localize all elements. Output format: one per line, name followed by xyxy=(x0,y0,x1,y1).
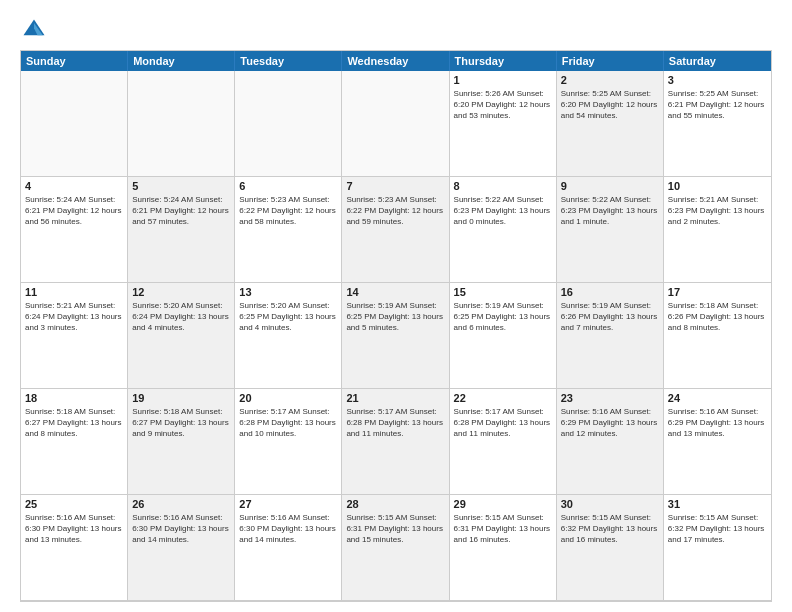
weekday-header: Wednesday xyxy=(342,51,449,71)
day-number: 15 xyxy=(454,286,552,298)
day-number: 2 xyxy=(561,74,659,86)
calendar-cell: 6Sunrise: 5:23 AM Sunset: 6:22 PM Daylig… xyxy=(235,177,342,283)
header xyxy=(20,16,772,44)
day-number: 26 xyxy=(132,498,230,510)
cell-info: Sunrise: 5:19 AM Sunset: 6:25 PM Dayligh… xyxy=(346,300,444,334)
day-number: 28 xyxy=(346,498,444,510)
calendar-cell: 27Sunrise: 5:16 AM Sunset: 6:30 PM Dayli… xyxy=(235,495,342,601)
cell-info: Sunrise: 5:16 AM Sunset: 6:30 PM Dayligh… xyxy=(132,512,230,546)
day-number: 31 xyxy=(668,498,767,510)
cell-info: Sunrise: 5:21 AM Sunset: 6:23 PM Dayligh… xyxy=(668,194,767,228)
cell-info: Sunrise: 5:25 AM Sunset: 6:21 PM Dayligh… xyxy=(668,88,767,122)
weekday-header: Tuesday xyxy=(235,51,342,71)
day-number: 10 xyxy=(668,180,767,192)
cell-info: Sunrise: 5:18 AM Sunset: 6:27 PM Dayligh… xyxy=(132,406,230,440)
day-number: 14 xyxy=(346,286,444,298)
calendar-header: SundayMondayTuesdayWednesdayThursdayFrid… xyxy=(21,51,771,71)
calendar-cell: 8Sunrise: 5:22 AM Sunset: 6:23 PM Daylig… xyxy=(450,177,557,283)
calendar-body: 1Sunrise: 5:26 AM Sunset: 6:20 PM Daylig… xyxy=(21,71,771,601)
day-number: 19 xyxy=(132,392,230,404)
calendar-cell: 12Sunrise: 5:20 AM Sunset: 6:24 PM Dayli… xyxy=(128,283,235,389)
cell-info: Sunrise: 5:16 AM Sunset: 6:30 PM Dayligh… xyxy=(239,512,337,546)
calendar-cell: 24Sunrise: 5:16 AM Sunset: 6:29 PM Dayli… xyxy=(664,389,771,495)
cell-info: Sunrise: 5:26 AM Sunset: 6:20 PM Dayligh… xyxy=(454,88,552,122)
calendar-cell: 5Sunrise: 5:24 AM Sunset: 6:21 PM Daylig… xyxy=(128,177,235,283)
cell-info: Sunrise: 5:22 AM Sunset: 6:23 PM Dayligh… xyxy=(561,194,659,228)
calendar-cell: 20Sunrise: 5:17 AM Sunset: 6:28 PM Dayli… xyxy=(235,389,342,495)
day-number: 3 xyxy=(668,74,767,86)
day-number: 21 xyxy=(346,392,444,404)
day-number: 29 xyxy=(454,498,552,510)
calendar-cell: 23Sunrise: 5:16 AM Sunset: 6:29 PM Dayli… xyxy=(557,389,664,495)
day-number: 11 xyxy=(25,286,123,298)
cell-info: Sunrise: 5:16 AM Sunset: 6:29 PM Dayligh… xyxy=(561,406,659,440)
calendar-cell xyxy=(128,71,235,177)
cell-info: Sunrise: 5:23 AM Sunset: 6:22 PM Dayligh… xyxy=(239,194,337,228)
page: SundayMondayTuesdayWednesdayThursdayFrid… xyxy=(0,0,792,612)
calendar-cell: 14Sunrise: 5:19 AM Sunset: 6:25 PM Dayli… xyxy=(342,283,449,389)
cell-info: Sunrise: 5:22 AM Sunset: 6:23 PM Dayligh… xyxy=(454,194,552,228)
day-number: 22 xyxy=(454,392,552,404)
calendar-cell: 11Sunrise: 5:21 AM Sunset: 6:24 PM Dayli… xyxy=(21,283,128,389)
day-number: 24 xyxy=(668,392,767,404)
cell-info: Sunrise: 5:19 AM Sunset: 6:25 PM Dayligh… xyxy=(454,300,552,334)
day-number: 30 xyxy=(561,498,659,510)
calendar-cell: 28Sunrise: 5:15 AM Sunset: 6:31 PM Dayli… xyxy=(342,495,449,601)
calendar-cell: 16Sunrise: 5:19 AM Sunset: 6:26 PM Dayli… xyxy=(557,283,664,389)
calendar-cell: 1Sunrise: 5:26 AM Sunset: 6:20 PM Daylig… xyxy=(450,71,557,177)
cell-info: Sunrise: 5:23 AM Sunset: 6:22 PM Dayligh… xyxy=(346,194,444,228)
cell-info: Sunrise: 5:17 AM Sunset: 6:28 PM Dayligh… xyxy=(239,406,337,440)
calendar-cell: 22Sunrise: 5:17 AM Sunset: 6:28 PM Dayli… xyxy=(450,389,557,495)
cell-info: Sunrise: 5:18 AM Sunset: 6:27 PM Dayligh… xyxy=(25,406,123,440)
cell-info: Sunrise: 5:19 AM Sunset: 6:26 PM Dayligh… xyxy=(561,300,659,334)
calendar-cell: 9Sunrise: 5:22 AM Sunset: 6:23 PM Daylig… xyxy=(557,177,664,283)
calendar-cell xyxy=(235,71,342,177)
cell-info: Sunrise: 5:20 AM Sunset: 6:25 PM Dayligh… xyxy=(239,300,337,334)
cell-info: Sunrise: 5:18 AM Sunset: 6:26 PM Dayligh… xyxy=(668,300,767,334)
day-number: 4 xyxy=(25,180,123,192)
day-number: 6 xyxy=(239,180,337,192)
weekday-header: Sunday xyxy=(21,51,128,71)
day-number: 8 xyxy=(454,180,552,192)
cell-info: Sunrise: 5:15 AM Sunset: 6:31 PM Dayligh… xyxy=(346,512,444,546)
weekday-header: Friday xyxy=(557,51,664,71)
calendar-cell: 2Sunrise: 5:25 AM Sunset: 6:20 PM Daylig… xyxy=(557,71,664,177)
cell-info: Sunrise: 5:24 AM Sunset: 6:21 PM Dayligh… xyxy=(132,194,230,228)
cell-info: Sunrise: 5:17 AM Sunset: 6:28 PM Dayligh… xyxy=(346,406,444,440)
cell-info: Sunrise: 5:24 AM Sunset: 6:21 PM Dayligh… xyxy=(25,194,123,228)
calendar-cell: 19Sunrise: 5:18 AM Sunset: 6:27 PM Dayli… xyxy=(128,389,235,495)
cell-info: Sunrise: 5:15 AM Sunset: 6:32 PM Dayligh… xyxy=(561,512,659,546)
logo xyxy=(20,16,52,44)
calendar-cell: 7Sunrise: 5:23 AM Sunset: 6:22 PM Daylig… xyxy=(342,177,449,283)
cell-info: Sunrise: 5:17 AM Sunset: 6:28 PM Dayligh… xyxy=(454,406,552,440)
weekday-header: Saturday xyxy=(664,51,771,71)
cell-info: Sunrise: 5:21 AM Sunset: 6:24 PM Dayligh… xyxy=(25,300,123,334)
calendar-cell xyxy=(21,71,128,177)
calendar-cell: 26Sunrise: 5:16 AM Sunset: 6:30 PM Dayli… xyxy=(128,495,235,601)
day-number: 20 xyxy=(239,392,337,404)
logo-icon xyxy=(20,16,48,44)
calendar-cell: 4Sunrise: 5:24 AM Sunset: 6:21 PM Daylig… xyxy=(21,177,128,283)
calendar-cell: 21Sunrise: 5:17 AM Sunset: 6:28 PM Dayli… xyxy=(342,389,449,495)
calendar-cell: 10Sunrise: 5:21 AM Sunset: 6:23 PM Dayli… xyxy=(664,177,771,283)
day-number: 9 xyxy=(561,180,659,192)
cell-info: Sunrise: 5:15 AM Sunset: 6:31 PM Dayligh… xyxy=(454,512,552,546)
calendar: SundayMondayTuesdayWednesdayThursdayFrid… xyxy=(20,50,772,602)
day-number: 1 xyxy=(454,74,552,86)
cell-info: Sunrise: 5:16 AM Sunset: 6:29 PM Dayligh… xyxy=(668,406,767,440)
calendar-cell: 30Sunrise: 5:15 AM Sunset: 6:32 PM Dayli… xyxy=(557,495,664,601)
day-number: 7 xyxy=(346,180,444,192)
cell-info: Sunrise: 5:25 AM Sunset: 6:20 PM Dayligh… xyxy=(561,88,659,122)
cell-info: Sunrise: 5:16 AM Sunset: 6:30 PM Dayligh… xyxy=(25,512,123,546)
cell-info: Sunrise: 5:20 AM Sunset: 6:24 PM Dayligh… xyxy=(132,300,230,334)
calendar-cell: 25Sunrise: 5:16 AM Sunset: 6:30 PM Dayli… xyxy=(21,495,128,601)
calendar-cell: 3Sunrise: 5:25 AM Sunset: 6:21 PM Daylig… xyxy=(664,71,771,177)
day-number: 5 xyxy=(132,180,230,192)
day-number: 23 xyxy=(561,392,659,404)
weekday-header: Thursday xyxy=(450,51,557,71)
calendar-cell: 31Sunrise: 5:15 AM Sunset: 6:32 PM Dayli… xyxy=(664,495,771,601)
calendar-cell xyxy=(342,71,449,177)
day-number: 27 xyxy=(239,498,337,510)
day-number: 18 xyxy=(25,392,123,404)
calendar-cell: 17Sunrise: 5:18 AM Sunset: 6:26 PM Dayli… xyxy=(664,283,771,389)
